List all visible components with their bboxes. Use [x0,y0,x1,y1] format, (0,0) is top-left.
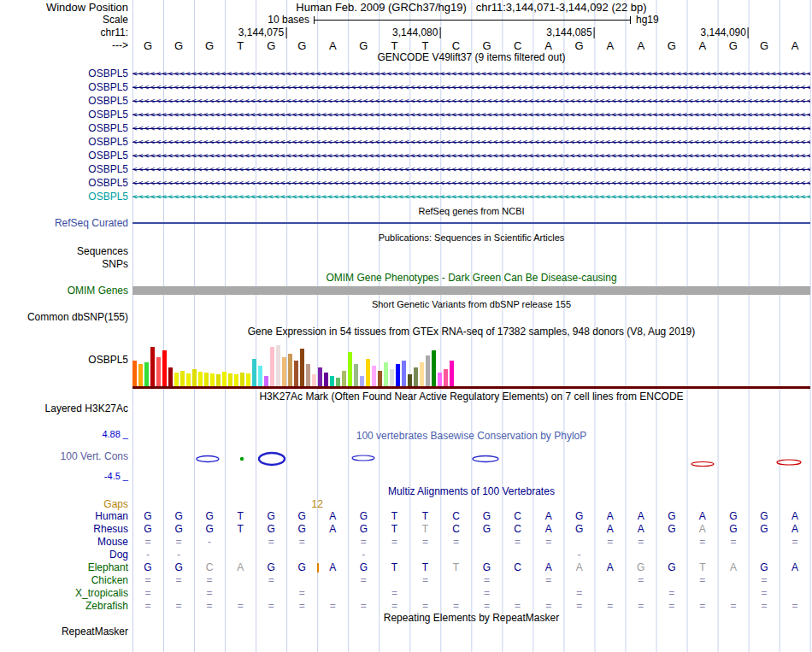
gene-label[interactable]: OSBPL5 [0,190,128,203]
alignment-row[interactable]: ElephantGGCAGGAGTTTGCAAAGGTAGA [0,561,812,574]
refseq-gene-line[interactable] [132,222,810,224]
dbsnp-track-title[interactable]: Short Genetic Variants from dbSNP releas… [132,299,810,310]
gtex-expression-bar[interactable] [438,373,442,386]
gtex-expression-bar[interactable] [360,376,364,386]
alignment-row[interactable]: Zebrafish====================== [0,600,812,613]
gene-label[interactable]: OSBPL5 [0,67,128,80]
gene-label[interactable]: OSBPL5 [0,162,128,176]
multiz-track-title[interactable]: Multiz Alignments of 100 Vertebrates [132,485,810,497]
gtex-expression-bar[interactable] [378,371,382,386]
alignment-row[interactable]: X_tropicalis======== [0,587,812,600]
gtex-expression-bar[interactable] [174,373,179,386]
gtex-expression-bar[interactable] [210,373,215,386]
gene-row[interactable]: OSBPL5<<<<<<<<<<<<<<<<<<<<<<<<<<<<<<<<<<… [0,67,812,80]
species-label[interactable]: Mouse [0,536,128,549]
publications-snps-label[interactable]: SNPs [0,258,128,271]
gtex-expression-bar[interactable] [444,369,448,386]
alignment-row[interactable]: Chicken=========== [0,574,812,587]
publications-sequences-label[interactable]: Sequences [0,245,128,258]
species-label[interactable]: X_tropicalis [0,587,128,600]
gtex-expression-bar[interactable] [354,364,358,386]
gene-label[interactable]: OSBPL5 [0,108,128,121]
omim-track-title[interactable]: OMIM Gene Phenotypes - Dark Green Can Be… [132,273,810,284]
repeatmasker-track-title[interactable]: Repeating Elements by RepeatMasker [132,613,810,624]
gtex-expression-bar[interactable] [372,366,376,386]
gtex-expression-bar[interactable] [246,373,250,386]
gene-row[interactable]: OSBPL5<<<<<<<<<<<<<<<<<<<<<<<<<<<<<<<<<<… [0,190,812,203]
gtex-expression-bar[interactable] [216,374,221,386]
refseq-curated-label[interactable]: RefSeq Curated [0,217,128,229]
gtex-expression-bar[interactable] [336,378,340,386]
gene-row[interactable]: OSBPL5<<<<<<<<<<<<<<<<<<<<<<<<<<<<<<<<<<… [0,149,812,162]
gtex-expression-bar[interactable] [186,373,191,386]
gtex-expression-bar[interactable] [150,347,155,386]
h3k27ac-track-title[interactable]: H3K27Ac Mark (Often Found Near Active Re… [132,391,810,402]
dbsnp-label[interactable]: Common dbSNP(155) [0,311,128,324]
species-label[interactable]: Dog [0,549,128,561]
alignment-cell: T [379,561,409,574]
gtex-expression-bar[interactable] [264,376,268,386]
layered-h3k27ac-label[interactable]: Layered H3K27Ac [0,402,128,415]
gtex-expression-bar[interactable] [390,369,394,386]
gene-label[interactable]: OSBPL5 [0,149,128,162]
gene-row[interactable]: OSBPL5<<<<<<<<<<<<<<<<<<<<<<<<<<<<<<<<<<… [0,135,812,149]
species-label[interactable]: Rhesus [0,523,128,536]
gene-label[interactable]: OSBPL5 [0,135,128,149]
gene-label[interactable]: OSBPL5 [0,80,128,94]
gtex-expression-bar[interactable] [342,371,346,386]
alignment-cell: T [379,523,409,536]
alignment-row[interactable]: Mouse==-============= [0,536,812,549]
gtex-expression-bar[interactable] [306,364,310,386]
gtex-expression-bar[interactable] [318,367,322,386]
gtex-expression-bar[interactable] [192,369,197,386]
gtex-expression-bar[interactable] [270,347,274,386]
species-label[interactable]: Zebrafish [0,600,128,613]
gtex-expression-bar[interactable] [408,374,412,386]
gtex-expression-bar[interactable] [222,372,227,386]
gtex-expression-bar[interactable] [180,371,185,386]
repeatmasker-label[interactable]: RepeatMasker [0,626,128,638]
alignment-row[interactable]: HumanGGGTGGAGTTCGCAGAAGAGGA [0,510,812,523]
gtex-expression-bar[interactable] [198,372,203,386]
gtex-expression-bar[interactable] [240,373,244,386]
species-label[interactable]: Human [0,510,128,523]
gtex-expression-bar[interactable] [228,373,232,386]
gtex-gene-model-line[interactable] [132,386,810,389]
conservation-track-title[interactable]: 100 vertebrates Basewise Conservation by… [132,430,810,442]
gene-row[interactable]: OSBPL5<<<<<<<<<<<<<<<<<<<<<<<<<<<<<<<<<<… [0,108,812,121]
gtex-expression-bar[interactable] [414,367,418,386]
gtex-expression-bar[interactable] [168,367,173,386]
gtex-gene-label[interactable]: OSBPL5 [0,354,128,367]
species-label[interactable]: Elephant [0,561,128,574]
gene-label[interactable]: OSBPL5 [0,176,128,190]
gencode-track-title[interactable]: GENCODE V49lift37 (9 items filtered out) [132,52,810,63]
gtex-expression-bar[interactable] [258,366,262,386]
gtex-track-title[interactable]: Gene Expression in 54 tissues from GTEx … [132,326,810,338]
alignment-cell: = [687,536,718,549]
gene-row[interactable]: OSBPL5<<<<<<<<<<<<<<<<<<<<<<<<<<<<<<<<<<… [0,176,812,190]
gtex-expression-bar[interactable] [396,364,400,386]
omim-genes-label[interactable]: OMIM Genes [0,285,128,297]
vert-cons-label[interactable]: 100 Vert. Cons [0,450,128,463]
gene-label[interactable]: OSBPL5 [0,121,128,135]
refseq-track-title[interactable]: RefSeq genes from NCBI [132,206,810,217]
alignment-row[interactable]: Dog---- [0,549,812,561]
gtex-expression-bar[interactable] [138,364,143,386]
alignment-cell: = [626,574,656,587]
gene-label[interactable]: OSBPL5 [0,94,128,108]
gene-row[interactable]: OSBPL5<<<<<<<<<<<<<<<<<<<<<<<<<<<<<<<<<<… [0,162,812,176]
gtex-expression-bar[interactable] [330,376,334,386]
gene-row[interactable]: OSBPL5<<<<<<<<<<<<<<<<<<<<<<<<<<<<<<<<<<… [0,94,812,108]
gaps-label[interactable]: Gaps [0,498,128,511]
gene-row[interactable]: OSBPL5<<<<<<<<<<<<<<<<<<<<<<<<<<<<<<<<<<… [0,80,812,94]
coordinate-track: 3,144,0753,144,0803,144,0853,144,090 [0,26,812,39]
gtex-expression-bar[interactable] [312,374,316,386]
gtex-expression-bar[interactable] [234,374,238,386]
publications-track-title[interactable]: Publications: Sequences in Scientific Ar… [132,232,810,244]
species-label[interactable]: Chicken [0,574,128,587]
alignment-row[interactable]: RhesusGGGTGGAGTTCGCAGAAGAGGA [0,523,812,536]
gene-row[interactable]: OSBPL5<<<<<<<<<<<<<<<<<<<<<<<<<<<<<<<<<<… [0,121,812,135]
omim-gene-bar[interactable] [132,286,810,295]
gtex-expression-bar[interactable] [204,373,209,386]
gtex-expression-bar[interactable] [324,373,328,386]
